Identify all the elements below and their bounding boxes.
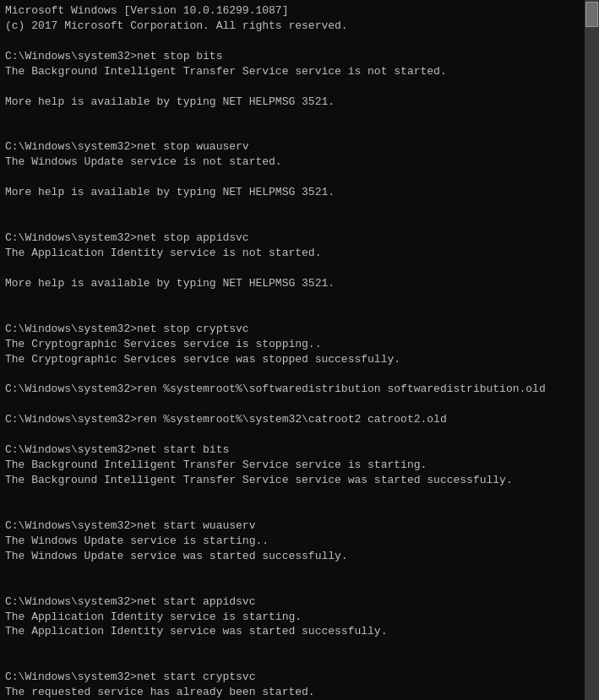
terminal-window: Microsoft Windows [Version 10.0.16299.10… xyxy=(0,0,599,700)
terminal-text: Microsoft Windows [Version 10.0.16299.10… xyxy=(5,3,580,700)
scrollbar-thumb[interactable] xyxy=(585,2,598,27)
terminal-body[interactable]: Microsoft Windows [Version 10.0.16299.10… xyxy=(0,0,585,700)
scrollbar[interactable] xyxy=(585,0,599,700)
